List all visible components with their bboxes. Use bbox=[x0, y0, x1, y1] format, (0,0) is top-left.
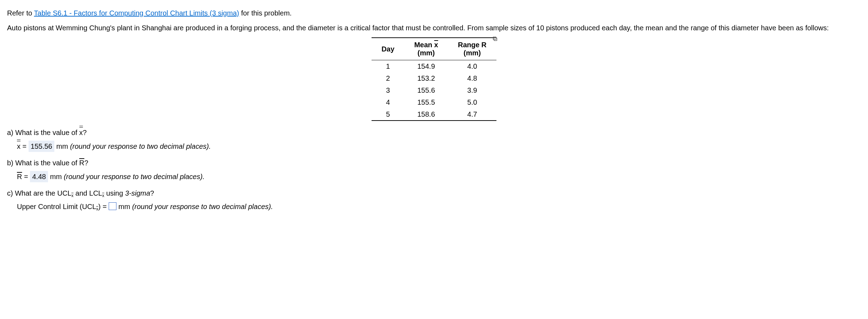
table-link[interactable]: Table S6.1 - Factors for Computing Contr… bbox=[34, 9, 239, 17]
r-bar-icon: R bbox=[79, 159, 84, 167]
ucl-input[interactable] bbox=[109, 202, 116, 210]
intro-suffix: for this problem. bbox=[239, 9, 292, 17]
question-a: a) What is the value of x? bbox=[7, 127, 861, 138]
answer-b: R = 4.48 mm (round your response to two … bbox=[17, 171, 861, 182]
th-range: Range R (mm) bbox=[448, 38, 496, 60]
problem-prompt: Auto pistons at Wemming Chung's plant in… bbox=[7, 23, 861, 33]
table-row: 1 154.9 4.0 bbox=[372, 60, 496, 73]
answer-a: x = 155.56 mm (round your response to tw… bbox=[17, 141, 861, 152]
table-row: 4 155.5 5.0 bbox=[372, 96, 496, 108]
x-double-bar-icon: x bbox=[79, 127, 83, 138]
x-double-bar-icon: x bbox=[17, 141, 20, 152]
answer-b-value[interactable]: 4.48 bbox=[30, 171, 48, 182]
table-row: 5 158.6 4.7 bbox=[372, 108, 496, 121]
data-table-wrap: Day Mean x (mm) Range R (mm) 1 154.9 4.0 bbox=[7, 37, 861, 121]
th-day: Day bbox=[372, 38, 404, 60]
intro-paragraph: Refer to Table S6.1 - Factors for Comput… bbox=[7, 8, 861, 18]
answer-c: Upper Control Limit (UCLx) = mm (round y… bbox=[17, 201, 861, 212]
answer-c-hint: (round your response to two decimal plac… bbox=[132, 203, 273, 210]
answer-a-hint: (round your response to two decimal plac… bbox=[70, 142, 211, 150]
table-row: 2 153.2 4.8 bbox=[372, 72, 496, 84]
svg-rect-0 bbox=[494, 38, 497, 41]
data-table: Day Mean x (mm) Range R (mm) 1 154.9 4.0 bbox=[372, 37, 496, 121]
r-bar-icon: R bbox=[17, 173, 22, 180]
th-mean: Mean x (mm) bbox=[404, 38, 448, 60]
question-b: b) What is the value of R? bbox=[7, 158, 861, 168]
answer-a-value[interactable]: 155.56 bbox=[29, 141, 54, 152]
answer-b-hint: (round your response to two decimal plac… bbox=[64, 173, 205, 180]
question-c: c) What are the UCLx and LCLx using 3-si… bbox=[7, 188, 861, 198]
table-row: 3 155.6 3.9 bbox=[372, 84, 496, 96]
copy-icon[interactable] bbox=[492, 34, 498, 39]
intro-prefix: Refer to bbox=[7, 9, 34, 17]
svg-rect-1 bbox=[493, 37, 496, 40]
